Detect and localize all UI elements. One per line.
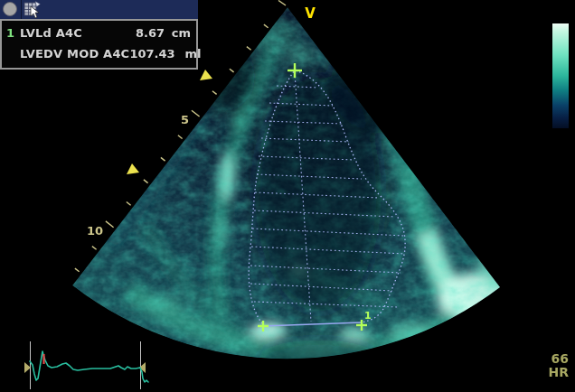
depth-label-5: 5 bbox=[181, 113, 189, 126]
measurement-value: 8.67 bbox=[136, 23, 165, 43]
measurement-index: 1 bbox=[6, 23, 20, 43]
ultrasound-screen: 5 10 V bbox=[0, 0, 575, 392]
focus-marker-icon bbox=[127, 163, 139, 174]
toolbar bbox=[0, 0, 198, 19]
measurement-panel: 1 LVLd A4C 8.67 cm LVEDV MOD A4C 107.43 … bbox=[0, 19, 198, 70]
measurement-label: LVEDV MOD A4C bbox=[20, 43, 129, 64]
measurement-row: LVEDV MOD A4C 107.43 ml bbox=[6, 43, 191, 64]
gain-colorbar bbox=[552, 23, 569, 128]
measurement-unit: cm bbox=[167, 23, 191, 43]
measurement-unit: ml bbox=[178, 43, 202, 64]
major-tick-10cm bbox=[106, 221, 114, 228]
ecg-strip bbox=[24, 341, 148, 389]
heart-rate-value: 66 bbox=[551, 351, 569, 366]
ecg-marker-left-icon bbox=[24, 362, 31, 373]
depth-label-10: 10 bbox=[87, 224, 103, 238]
measurement-label: LVLd A4C bbox=[20, 23, 82, 43]
focus-marker-icon bbox=[200, 70, 212, 80]
heart-rate-readout: 66 HR bbox=[549, 351, 570, 379]
trace-point-number: 1 bbox=[364, 310, 372, 322]
orientation-marker: V bbox=[305, 5, 316, 22]
major-tick-5cm bbox=[192, 110, 200, 117]
status-circle-icon[interactable] bbox=[4, 3, 17, 16]
measurement-row: 1 LVLd A4C 8.67 cm bbox=[6, 23, 191, 43]
measurement-value: 107.43 bbox=[129, 43, 174, 64]
ecg-waveform bbox=[30, 351, 148, 382]
heart-rate-label: HR bbox=[549, 365, 570, 379]
